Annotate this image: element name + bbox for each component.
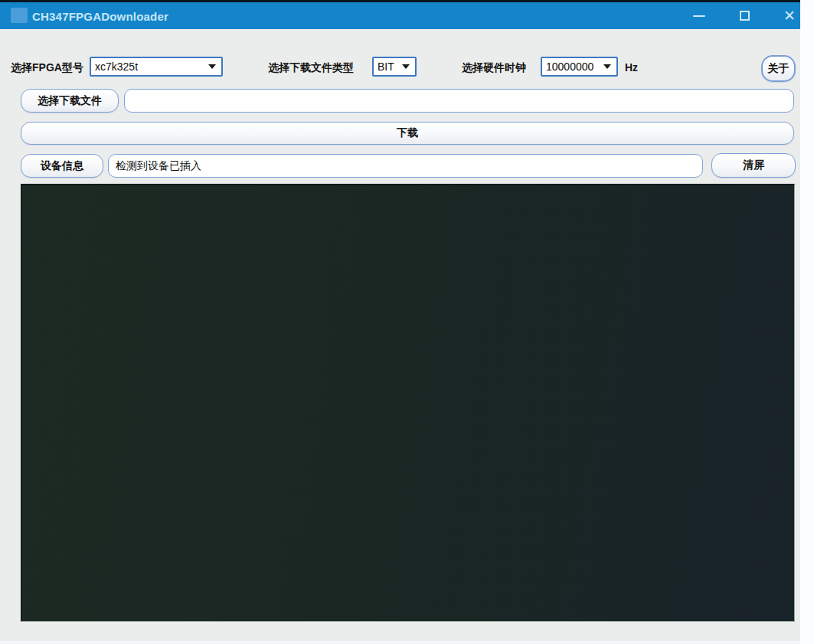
file-path-input[interactable] — [124, 89, 794, 113]
clock-select[interactable]: 10000000 — [541, 57, 618, 77]
about-button[interactable]: 关于 — [761, 55, 796, 82]
window-bottom-edge — [0, 641, 800, 644]
minimize-button[interactable] — [682, 2, 717, 29]
maximize-button[interactable] — [727, 2, 762, 29]
select-file-button[interactable]: 选择下载文件 — [21, 89, 119, 113]
titlebar: CH347FPGADownloader ✕ — [0, 2, 800, 29]
file-type-label: 选择下载文件类型 — [268, 61, 354, 75]
log-console[interactable] — [21, 184, 795, 622]
maximize-icon — [740, 11, 750, 21]
chevron-down-icon — [208, 64, 216, 69]
fpga-model-value: xc7k325t — [91, 60, 208, 73]
window-title: CH347FPGADownloader — [28, 9, 168, 22]
screen: CH347FPGADownloader ✕ 选择FPGA型号 xc7k325t … — [0, 0, 814, 644]
app-window: CH347FPGADownloader ✕ 选择FPGA型号 xc7k325t … — [0, 0, 800, 641]
file-type-value: BIT — [374, 60, 402, 73]
desktop-background — [800, 0, 814, 644]
clock-value: 10000000 — [542, 60, 603, 73]
clock-label: 选择硬件时钟 — [462, 61, 526, 75]
download-button[interactable]: 下载 — [21, 122, 794, 145]
file-type-select[interactable]: BIT — [372, 57, 417, 77]
chevron-down-icon — [402, 64, 410, 69]
clock-unit-label: Hz — [625, 61, 638, 74]
clear-screen-button[interactable]: 清屏 — [711, 153, 796, 178]
minimize-icon — [693, 15, 705, 17]
close-icon: ✕ — [783, 8, 796, 23]
fpga-model-label: 选择FPGA型号 — [11, 61, 83, 75]
device-info-button[interactable]: 设备信息 — [21, 154, 103, 178]
app-icon — [11, 8, 28, 23]
fpga-model-select[interactable]: xc7k325t — [90, 57, 223, 77]
chevron-down-icon — [603, 64, 611, 69]
device-status-input[interactable] — [108, 154, 703, 178]
